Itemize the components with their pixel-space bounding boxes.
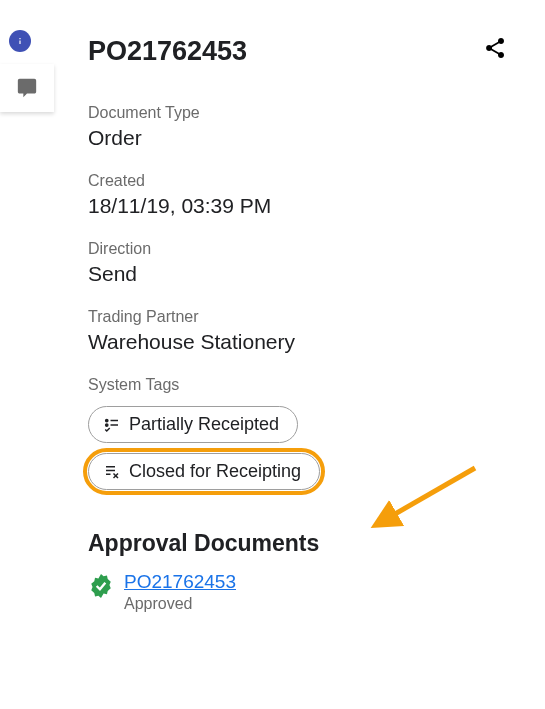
comment-button[interactable] (0, 64, 54, 112)
document-detail-panel: PO21762453 Document Type Order Created 1… (88, 0, 537, 613)
field-label: Document Type (88, 104, 537, 122)
field-label: Direction (88, 240, 537, 258)
approval-documents-section: Approval Documents PO21762453 Approved (88, 530, 537, 613)
trading-partner-field: Trading Partner Warehouse Stationery (88, 308, 537, 354)
system-tags-section: System Tags Partially Receipted Closed f… (88, 376, 537, 500)
field-value: Warehouse Stationery (88, 330, 537, 354)
direction-field: Direction Send (88, 240, 537, 286)
field-value: Order (88, 126, 537, 150)
system-tags-label: System Tags (88, 376, 537, 394)
info-icon (13, 34, 27, 48)
list-x-icon (103, 463, 121, 481)
field-label: Trading Partner (88, 308, 537, 326)
field-value: Send (88, 262, 537, 286)
approval-documents-heading: Approval Documents (88, 530, 537, 557)
created-field: Created 18/11/19, 03:39 PM (88, 172, 537, 218)
approved-seal-icon (88, 573, 114, 603)
tag-partially-receipted[interactable]: Partially Receipted (88, 406, 298, 443)
comment-icon (16, 77, 38, 99)
tag-label: Partially Receipted (129, 414, 279, 435)
approval-document-row: PO21762453 Approved (88, 571, 537, 613)
approval-document-link[interactable]: PO21762453 (124, 571, 236, 592)
header-row: PO21762453 (88, 34, 537, 68)
list-check-icon (103, 416, 121, 434)
svg-point-1 (106, 423, 108, 425)
field-label: Created (88, 172, 537, 190)
tag-label: Closed for Receipting (129, 461, 301, 482)
approval-status: Approved (124, 595, 236, 613)
share-icon (483, 36, 507, 60)
field-value: 18/11/19, 03:39 PM (88, 194, 537, 218)
document-type-field: Document Type Order (88, 104, 537, 150)
sidebar (0, 0, 54, 709)
info-icon-button[interactable] (9, 30, 31, 52)
document-title: PO21762453 (88, 36, 247, 67)
share-button[interactable] (479, 32, 511, 68)
tag-closed-for-receipting[interactable]: Closed for Receipting (88, 453, 320, 490)
svg-point-0 (106, 419, 108, 421)
